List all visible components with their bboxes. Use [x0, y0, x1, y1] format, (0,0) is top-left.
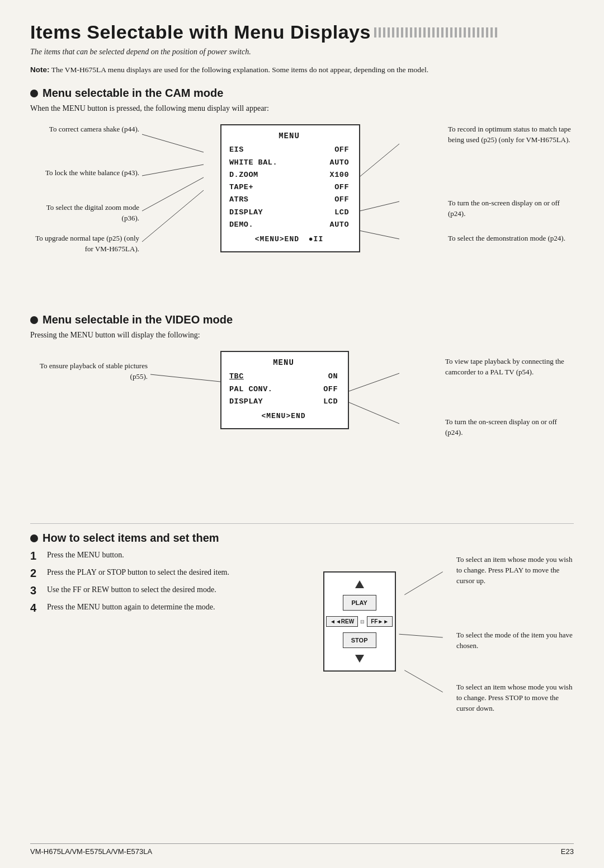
video-diagram: To ensure playback of stable pictures (p…: [30, 345, 574, 508]
svg-line-9: [349, 402, 399, 424]
svg-line-10: [404, 572, 442, 595]
cam-intro: When the MENU button is pressed, the fol…: [30, 104, 574, 113]
cam-menu-box: MENU EISOFF WHITE BAL.AUTO D.ZOOMX100 TA…: [220, 124, 360, 252]
title-decoration: [374, 27, 497, 37]
page-title: Items Selectable with Menu Displays: [30, 21, 574, 43]
svg-line-2: [142, 177, 204, 211]
svg-line-7: [150, 374, 220, 382]
step-3-text: Use the FF or REW button to select the d…: [47, 584, 216, 597]
section-divider: [30, 523, 574, 524]
rew-button: ◄◄REW: [326, 616, 358, 627]
step-4: 4 Press the MENU button again to determi…: [30, 601, 267, 614]
video-menu-title: MENU: [229, 356, 338, 369]
video-menu-box: MENU TBCON PAL CONV.OFF DISPLAYLCD <MENU…: [220, 351, 349, 429]
video-annot-r2: To turn the on-screen display on or off …: [445, 417, 574, 438]
step-1-text: Press the MENU button.: [47, 549, 124, 562]
cam-menu-row-white: WHITE BAL.AUTO: [229, 157, 349, 169]
video-menu-end: <MENU>END: [229, 410, 338, 422]
cam-menu-end: <MENU>END ●II: [229, 233, 349, 245]
video-annot-l1: To ensure playback of stable pictures (p…: [30, 361, 148, 382]
step-3-num: 3: [30, 584, 43, 597]
howto-content: 1 Press the MENU button. 2 Press the PLA…: [30, 549, 574, 728]
stop-button: STOP: [343, 632, 376, 648]
page-note: Note: The VM-H675LA menu displays are us…: [30, 64, 574, 76]
cam-annot-r2: To turn the on-screen display on or off …: [448, 198, 574, 219]
svg-line-1: [142, 165, 204, 176]
cam-annot-l1: To correct camera shake (p44).: [30, 124, 139, 135]
svg-line-3: [142, 190, 204, 242]
svg-line-11: [399, 634, 442, 637]
video-bullet: [30, 316, 38, 324]
svg-line-12: [404, 670, 442, 692]
step-4-num: 4: [30, 601, 43, 614]
step-4-text: Press the MENU button again to determine…: [47, 601, 215, 614]
control-diagram-column: PLAY ◄◄REW ⊟ FF►► STOP To select an item…: [290, 549, 574, 728]
video-annot-r1: To view tape playback by connecting the …: [445, 356, 574, 378]
ff-button: FF►►: [367, 616, 393, 627]
cam-bullet: [30, 90, 38, 97]
page-intro: The items that can be selected depend on…: [30, 48, 574, 57]
cam-menu-row-dzoom: D.ZOOMX100: [229, 169, 349, 181]
cam-annot-l2: To lock the white balance (p43).: [30, 168, 139, 179]
cam-menu-row-demo: DEMO.AUTO: [229, 219, 349, 231]
cam-section-header: Menu selectable in the CAM mode: [30, 87, 574, 100]
step-2-num: 2: [30, 566, 43, 580]
ctrl-annot-r1: To select an item whose mode you wish to…: [456, 555, 574, 587]
cam-annot-l3: To select the digital zoom mode (p36).: [30, 203, 139, 224]
cam-diagram: To correct camera shake (p44). To lock t…: [30, 119, 574, 298]
video-menu-row-tbc: TBCON: [229, 370, 338, 383]
footer-model: VM-H675LA/VM-E575LA/VM-E573LA: [30, 847, 152, 856]
step-1-num: 1: [30, 549, 43, 562]
note-text: The VM-H675LA menu displays are used for…: [51, 65, 428, 74]
cam-annot-r1: To record in optimum status to match tap…: [448, 124, 574, 146]
cam-annot-r3: To select the demonstration mode (p24).: [448, 233, 574, 244]
play-button: PLAY: [343, 595, 376, 611]
video-section-header: Menu selectable in the VIDEO mode: [30, 313, 574, 326]
video-menu-row-palconv: PAL CONV.OFF: [229, 383, 338, 396]
triangle-down-icon: [355, 655, 364, 663]
step-1: 1 Press the MENU button.: [30, 549, 267, 562]
center-dot: ⊟: [360, 619, 365, 625]
cam-menu-row-eis: EISOFF: [229, 144, 349, 156]
step-2-text: Press the PLAY or STOP button to select …: [47, 566, 229, 580]
video-menu-row-display: DISPLAYLCD: [229, 396, 338, 408]
rew-ff-row: ◄◄REW ⊟ FF►►: [326, 616, 393, 627]
control-box: PLAY ◄◄REW ⊟ FF►► STOP: [323, 571, 396, 672]
cam-menu-row-display: DISPLAYLCD: [229, 207, 349, 219]
ctrl-annot-r3: To select an item whose mode you wish to…: [456, 682, 574, 714]
footer-page: E23: [561, 847, 574, 856]
svg-line-0: [142, 134, 204, 152]
howto-section-header: How to select items and set them: [30, 532, 574, 545]
cam-menu-row-tape: TAPE+OFF: [229, 181, 349, 194]
video-intro: Pressing the MENU button will display th…: [30, 331, 574, 340]
svg-line-8: [349, 373, 399, 391]
cam-menu-title: MENU: [229, 130, 349, 143]
cam-menu-row-atrs: ATRSOFF: [229, 194, 349, 206]
page-footer: VM-H675LA/VM-E575LA/VM-E573LA E23: [30, 843, 574, 856]
triangle-up-icon: [355, 580, 364, 588]
step-3: 3 Use the FF or REW button to select the…: [30, 584, 267, 597]
step-2: 2 Press the PLAY or STOP button to selec…: [30, 566, 267, 580]
note-label: Note:: [30, 65, 50, 74]
howto-bullet: [30, 534, 38, 542]
cam-annot-l4: To upgrade normal tape (p25) (only for V…: [30, 233, 139, 255]
steps-column: 1 Press the MENU button. 2 Press the PLA…: [30, 549, 267, 728]
ctrl-annot-r2: To select the mode of the item you have …: [456, 630, 574, 651]
